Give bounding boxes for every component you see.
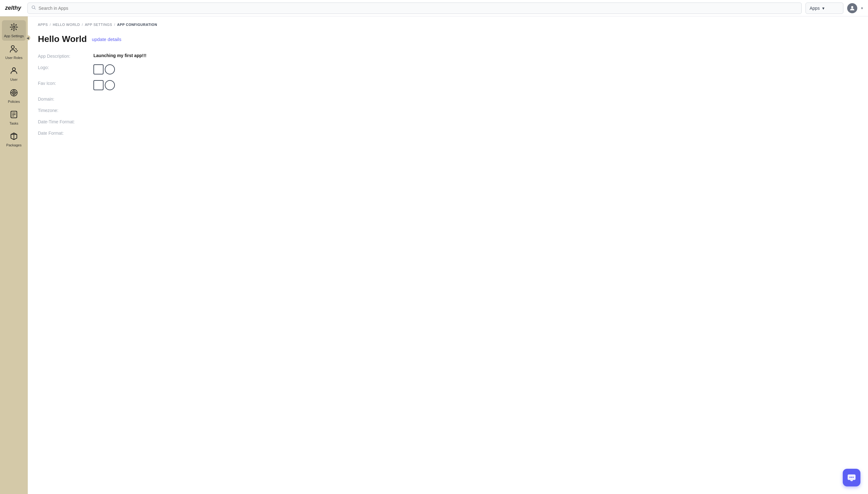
field-row-description: App Description: Launching my first app!… bbox=[38, 53, 858, 59]
svg-point-5 bbox=[11, 46, 14, 49]
svg-point-4 bbox=[11, 25, 16, 30]
search-icon bbox=[32, 5, 36, 11]
field-label-timezone: Timezone: bbox=[38, 107, 88, 113]
svg-point-22 bbox=[851, 477, 852, 478]
sidebar-item-user-label: User bbox=[10, 78, 17, 82]
sidebar-item-packages[interactable]: Packages bbox=[2, 129, 26, 150]
favicon-circle-icon bbox=[105, 80, 115, 90]
user-avatar[interactable] bbox=[847, 3, 857, 13]
search-bar[interactable] bbox=[27, 2, 802, 14]
svg-point-8 bbox=[12, 91, 16, 95]
field-row-logo: Logo: bbox=[38, 64, 858, 74]
field-row-datetime-format: Date-Time Format: bbox=[38, 119, 858, 124]
svg-point-2 bbox=[851, 6, 853, 8]
sidebar-item-packages-label: Packages bbox=[6, 143, 21, 147]
packages-icon bbox=[10, 132, 18, 142]
breadcrumb-sep-3: / bbox=[114, 23, 115, 26]
policies-icon bbox=[10, 88, 18, 98]
app-title: Hello World bbox=[38, 34, 87, 44]
logo-square-icon bbox=[93, 64, 104, 74]
sidebar-item-app-settings-label: App Settings bbox=[4, 34, 24, 38]
logo-icon-pair bbox=[93, 64, 115, 74]
favicon-icon-pair bbox=[93, 80, 115, 90]
user-icon bbox=[10, 66, 18, 76]
chatbot-button[interactable] bbox=[843, 469, 861, 487]
svg-point-21 bbox=[849, 477, 851, 478]
field-row-domain: Domain: bbox=[38, 96, 858, 101]
sidebar-item-tasks[interactable]: Tasks bbox=[2, 108, 26, 128]
sidebar-item-app-settings[interactable]: App Settings bbox=[2, 20, 26, 41]
breadcrumb-sep-2: / bbox=[82, 23, 83, 26]
sidebar-item-tasks-label: Tasks bbox=[10, 121, 18, 126]
breadcrumb-app-settings[interactable]: APP SETTINGS bbox=[85, 23, 112, 26]
breadcrumb-hello-world[interactable]: HELLO WORLD bbox=[53, 23, 80, 26]
field-label-logo: Logo: bbox=[38, 64, 88, 70]
sidebar-item-policies[interactable]: Policies bbox=[2, 86, 26, 106]
update-details-link[interactable]: update details bbox=[92, 37, 121, 42]
user-dropdown-arrow-icon[interactable]: ▾ bbox=[861, 6, 863, 11]
field-row-date-format: Date Format: bbox=[38, 130, 858, 136]
breadcrumb: APPS / HELLO WORLD / APP SETTINGS / APP … bbox=[38, 23, 858, 26]
svg-point-23 bbox=[852, 477, 854, 478]
field-row-timezone: Timezone: bbox=[38, 107, 858, 113]
field-label-datetime-format: Date-Time Format: bbox=[38, 119, 88, 124]
tasks-icon bbox=[10, 110, 18, 120]
field-label-domain: Domain: bbox=[38, 96, 88, 101]
logo-circle-icon bbox=[105, 64, 115, 74]
brand-logo: zelthy bbox=[5, 5, 21, 11]
breadcrumb-apps[interactable]: APPS bbox=[38, 23, 48, 26]
field-label-description: App Description: bbox=[38, 53, 88, 59]
search-input[interactable] bbox=[38, 6, 798, 11]
svg-point-6 bbox=[12, 68, 15, 71]
breadcrumb-sep-1: / bbox=[50, 23, 51, 26]
user-roles-icon bbox=[10, 44, 18, 55]
field-row-favicon: Fav Icon: bbox=[38, 80, 858, 90]
field-value-description: Launching my first app!!! bbox=[93, 53, 146, 58]
breadcrumb-current: APP CONFIGURATION bbox=[117, 23, 157, 26]
apps-dropdown[interactable]: Apps ▾ bbox=[806, 2, 843, 14]
svg-point-3 bbox=[13, 26, 15, 28]
svg-line-1 bbox=[34, 8, 35, 9]
sidebar: ◀ App Settings User bbox=[0, 16, 28, 494]
sidebar-item-policies-label: Policies bbox=[8, 100, 20, 104]
dropdown-arrow-icon: ▾ bbox=[822, 6, 825, 11]
sidebar-item-user-roles-label: User Roles bbox=[5, 56, 22, 60]
field-label-favicon: Fav Icon: bbox=[38, 80, 88, 86]
navbar: zelthy Apps ▾ ▾ bbox=[0, 0, 868, 16]
main-layout: ◀ App Settings User bbox=[0, 16, 868, 494]
svg-point-9 bbox=[13, 92, 15, 93]
app-settings-icon bbox=[10, 23, 18, 33]
main-content: APPS / HELLO WORLD / APP SETTINGS / APP … bbox=[28, 16, 868, 494]
apps-dropdown-label: Apps bbox=[810, 6, 820, 11]
sidebar-item-user-roles[interactable]: User Roles bbox=[2, 42, 26, 62]
sidebar-collapse-arrow[interactable]: ◀ bbox=[25, 35, 30, 40]
sidebar-item-user[interactable]: User bbox=[2, 64, 26, 84]
field-label-date-format: Date Format: bbox=[38, 130, 88, 136]
app-title-row: Hello World update details bbox=[38, 34, 858, 44]
favicon-square-icon bbox=[93, 80, 104, 90]
